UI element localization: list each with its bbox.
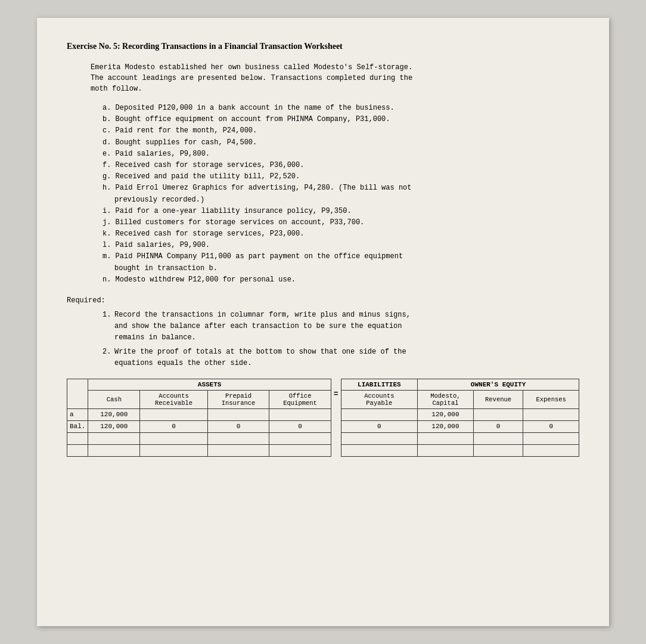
tx-text: Bought office equipment on account from … — [116, 114, 579, 125]
transaction-item: previously recorded.) — [103, 194, 579, 206]
tx-text: Paid salaries, P9,800. — [116, 148, 579, 160]
tx-text: Modesto withdrew P12,000 for personal us… — [116, 274, 579, 286]
tx-text: bought in transaction b. — [114, 263, 579, 274]
exercise-title: Exercise No. 5: Recording Transactions i… — [67, 42, 579, 51]
th-modesto-capital: Modesto,Capital — [418, 390, 474, 408]
table-cell — [140, 408, 207, 420]
th-liabilities: LIABILITIES — [341, 379, 418, 390]
tx-label: c. — [103, 125, 116, 137]
tx-label: n. — [103, 274, 116, 286]
tx-text: Received cash for storage services, P36,… — [116, 160, 579, 171]
th-prepaid-insurance: PrepaidInsurance — [207, 390, 269, 408]
transaction-item: f. Received cash for storage services, P… — [103, 160, 579, 171]
table-cell — [473, 408, 523, 420]
transaction-item: h. Paid Errol Umerez Graphics for advert… — [103, 182, 579, 194]
tx-label — [103, 194, 114, 206]
req-text: Record the transactions in columnar form… — [114, 309, 579, 344]
required-section: Required: 1.Record the transactions in c… — [67, 296, 579, 369]
tx-text: Received and paid the utility bill, P2,5… — [116, 171, 579, 182]
table-cell — [67, 432, 88, 444]
tx-text: Paid rent for the month, P24,000. — [116, 125, 579, 137]
tx-label: h. — [103, 182, 116, 194]
tx-label: f. — [103, 160, 116, 171]
table-cell — [88, 444, 140, 456]
req-number: 2. — [103, 346, 114, 369]
req-text: Write the proof of totals at the bottom … — [114, 346, 579, 369]
required-item: 2.Write the proof of totals at the botto… — [103, 346, 579, 369]
required-list: 1.Record the transactions in columnar fo… — [103, 309, 579, 369]
table-cell: 0 — [341, 420, 418, 432]
table-cell — [473, 432, 523, 444]
tx-label: j. — [103, 217, 116, 228]
table-cell — [269, 408, 331, 420]
table-cell — [331, 432, 341, 444]
table-cell — [341, 432, 418, 444]
tx-text: Paid salaries, P9,900. — [116, 240, 579, 251]
th-owners-equity: OWNER'S EQUITY — [418, 379, 579, 390]
table-cell: 120,000 — [418, 420, 474, 432]
table-cell: Bal. — [67, 420, 88, 432]
req-number: 1. — [103, 309, 114, 344]
transaction-item: g. Received and paid the utility bill, P… — [103, 171, 579, 182]
table-cell: 0 — [523, 420, 579, 432]
table-cell — [523, 444, 579, 456]
table-header-main: ASSETS = LIABILITIES OWNER'S EQUITY — [67, 379, 579, 390]
transaction-item: c. Paid rent for the month, P24,000. — [103, 125, 579, 137]
table-cell: 0 — [269, 420, 331, 432]
table-cell — [331, 408, 341, 420]
table-cell — [207, 432, 269, 444]
tx-label: d. — [103, 137, 116, 148]
table-row: Bal.120,0000000120,00000 — [67, 420, 579, 432]
th-expenses: Expenses — [523, 390, 579, 408]
tx-text: Paid Errol Umerez Graphics for advertisi… — [116, 182, 579, 194]
table-header-sub: Cash AccountsReceivable PrepaidInsurance… — [67, 390, 579, 408]
table-cell — [473, 444, 523, 456]
table-row — [67, 444, 579, 456]
table-cell: a — [67, 408, 88, 420]
tx-label: l. — [103, 240, 116, 251]
table-cell — [418, 432, 474, 444]
table-cell — [523, 408, 579, 420]
table-cell — [140, 432, 207, 444]
page: Exercise No. 5: Recording Transactions i… — [37, 18, 609, 626]
transaction-item: b. Bought office equipment on account fr… — [103, 114, 579, 125]
table-cell: 120,000 — [88, 408, 140, 420]
th-accounts-payable: AccountsPayable — [341, 390, 418, 408]
tx-label — [103, 263, 114, 274]
tx-text: Bought supplies for cash, P4,500. — [116, 137, 579, 148]
table-cell — [523, 432, 579, 444]
tx-label: a. — [103, 103, 116, 114]
tx-label: m. — [103, 251, 116, 262]
table-cell — [331, 420, 341, 432]
tx-text: Received cash for storage services, P23,… — [116, 228, 579, 240]
table-body: a120,000120,000Bal.120,0000000120,00000 — [67, 408, 579, 456]
tx-label: e. — [103, 148, 116, 160]
table-cell — [269, 444, 331, 456]
table-cell: 0 — [207, 420, 269, 432]
table-cell: 120,000 — [88, 420, 140, 432]
th-accounts-receivable: AccountsReceivable — [140, 390, 207, 408]
table-cell — [269, 432, 331, 444]
transaction-item: n. Modesto withdrew P12,000 for personal… — [103, 274, 579, 286]
transactions-list: a. Deposited P120,000 in a bank account … — [103, 103, 579, 286]
transaction-item: j. Billed customers for storage services… — [103, 217, 579, 228]
transaction-item: d. Bought supplies for cash, P4,500. — [103, 137, 579, 148]
tx-label: b. — [103, 114, 116, 125]
table-cell: 120,000 — [418, 408, 474, 420]
transaction-item: bought in transaction b. — [103, 263, 579, 274]
intro-text: Emerita Modesto established her own busi… — [91, 62, 579, 94]
table-cell — [207, 444, 269, 456]
table-cell — [341, 444, 418, 456]
table-cell — [341, 408, 418, 420]
table-cell — [331, 444, 341, 456]
tx-text: Paid PHINMA Company P11,000 as part paym… — [116, 251, 579, 262]
table-cell: 0 — [473, 420, 523, 432]
intro-line1: Emerita Modesto established her own busi… — [91, 63, 412, 72]
table-row: a120,000120,000 — [67, 408, 579, 420]
tx-text: Billed customers for storage services on… — [116, 217, 579, 228]
th-revenue: Revenue — [473, 390, 523, 408]
required-item: 1.Record the transactions in columnar fo… — [103, 309, 579, 344]
th-assets: ASSETS — [88, 379, 331, 390]
th-cash: Cash — [88, 390, 140, 408]
transaction-item: a. Deposited P120,000 in a bank account … — [103, 103, 579, 114]
